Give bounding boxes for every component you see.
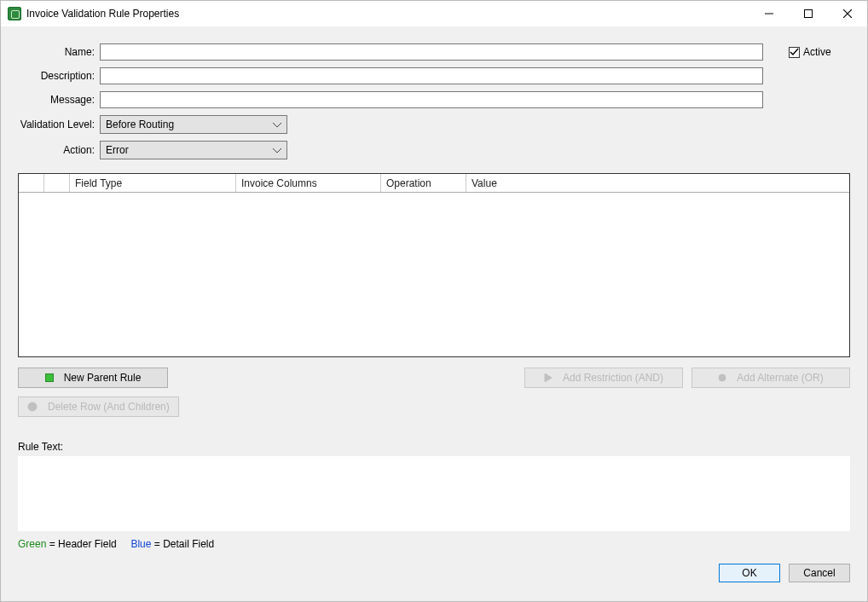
grid-header: Field Type Invoice Columns Operation Val…	[19, 174, 849, 193]
client-area: Name: Active Description: Message: Valid…	[1, 26, 867, 601]
grid-col-1	[44, 174, 70, 192]
window-title: Invoice Validation Rule Properties	[26, 8, 179, 20]
maximize-button[interactable]	[789, 1, 828, 26]
app-icon	[8, 7, 21, 20]
validation-level-select[interactable]: Before Routing	[100, 115, 287, 134]
message-field[interactable]	[100, 91, 763, 108]
ok-button[interactable]: OK	[719, 564, 780, 582]
add-alternate-label: Add Alternate (OR)	[737, 372, 823, 384]
chevron-down-icon	[273, 119, 281, 130]
grid-col-operation: Operation	[381, 174, 466, 192]
delete-icon	[27, 402, 38, 412]
add-restriction-button: Add Restriction (AND)	[524, 368, 683, 388]
circle-icon	[718, 373, 726, 382]
action-select[interactable]: Error	[100, 141, 287, 159]
grid-col-0	[19, 174, 44, 192]
new-parent-rule-label: New Parent Rule	[64, 372, 142, 384]
minimize-button[interactable]	[749, 1, 789, 26]
close-button[interactable]	[828, 1, 867, 26]
chevron-down-icon	[273, 144, 281, 156]
svg-marker-5	[545, 373, 552, 382]
legend-green: Green	[18, 538, 46, 550]
title-bar: Invoice Validation Rule Properties	[1, 1, 867, 26]
svg-rect-4	[45, 374, 53, 382]
delete-row-button: Delete Row (And Children)	[18, 397, 179, 417]
description-field[interactable]	[100, 67, 763, 84]
cancel-button[interactable]: Cancel	[789, 564, 850, 582]
validation-level-value: Before Routing	[106, 119, 174, 130]
svg-point-6	[719, 374, 726, 381]
svg-rect-1	[805, 10, 813, 18]
delete-row-label: Delete Row (And Children)	[48, 401, 170, 413]
rule-text-area	[18, 456, 850, 531]
action-label: Action:	[18, 144, 100, 156]
legend-green-desc: = Header Field	[46, 538, 116, 550]
message-label: Message:	[18, 94, 100, 106]
legend-blue: Blue	[130, 538, 151, 550]
name-label: Name:	[18, 46, 100, 58]
active-label: Active	[803, 46, 831, 58]
grid-col-value: Value	[466, 174, 849, 192]
name-field[interactable]	[100, 43, 763, 61]
rule-text-label: Rule Text:	[18, 441, 850, 453]
ok-label: OK	[742, 567, 756, 579]
validation-level-label: Validation Level:	[18, 119, 100, 130]
grid-col-field-type: Field Type	[70, 174, 236, 192]
cancel-label: Cancel	[803, 567, 835, 579]
new-parent-rule-button[interactable]: New Parent Rule	[18, 368, 168, 388]
add-alternate-button: Add Alternate (OR)	[692, 368, 850, 388]
grid-body[interactable]	[19, 193, 849, 356]
square-icon	[45, 373, 54, 382]
description-label: Description:	[18, 70, 100, 82]
grid-col-invoice-columns: Invoice Columns	[236, 174, 381, 192]
dialog-window: Invoice Validation Rule Properties Name:…	[0, 0, 868, 602]
legend: Green = Header Field Blue = Detail Field	[18, 538, 850, 550]
legend-blue-desc: = Detail Field	[151, 538, 214, 550]
active-checkbox[interactable]	[789, 47, 800, 58]
play-icon	[544, 373, 553, 382]
add-restriction-label: Add Restriction (AND)	[563, 372, 663, 384]
rules-grid[interactable]: Field Type Invoice Columns Operation Val…	[18, 173, 850, 357]
action-value: Error	[106, 144, 129, 156]
